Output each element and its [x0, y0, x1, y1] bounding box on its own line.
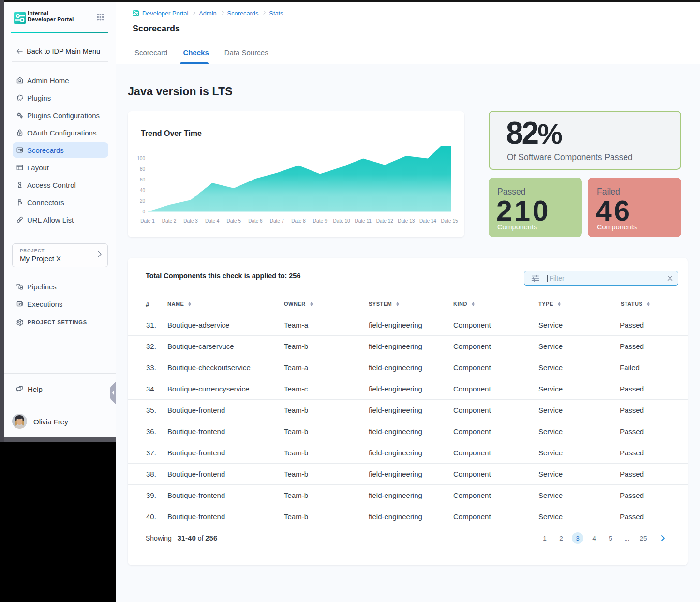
- svg-text:Date 11: Date 11: [355, 218, 372, 224]
- svg-text:40: 40: [140, 188, 146, 193]
- svg-text:Date 6: Date 6: [248, 218, 263, 224]
- svg-text:0: 0: [142, 209, 145, 214]
- svg-text:Date 7: Date 7: [270, 218, 284, 224]
- svg-text:Date 14: Date 14: [419, 218, 436, 224]
- svg-text:Date 2: Date 2: [162, 218, 177, 224]
- svg-text:20: 20: [140, 198, 146, 204]
- svg-text:100: 100: [137, 156, 145, 161]
- svg-text:Date 10: Date 10: [333, 218, 350, 224]
- svg-text:Date 5: Date 5: [227, 218, 241, 224]
- svg-text:60: 60: [140, 177, 146, 182]
- svg-text:Date 15: Date 15: [441, 218, 458, 224]
- svg-text:80: 80: [140, 166, 146, 172]
- svg-text:Date 3: Date 3: [183, 218, 198, 224]
- svg-text:Date 13: Date 13: [398, 218, 415, 224]
- svg-text:Date 4: Date 4: [205, 218, 220, 224]
- svg-text:Date 1: Date 1: [140, 218, 155, 224]
- svg-text:Date 12: Date 12: [376, 218, 393, 224]
- svg-text:Date 8: Date 8: [291, 218, 306, 224]
- svg-text:Date 9: Date 9: [313, 218, 328, 224]
